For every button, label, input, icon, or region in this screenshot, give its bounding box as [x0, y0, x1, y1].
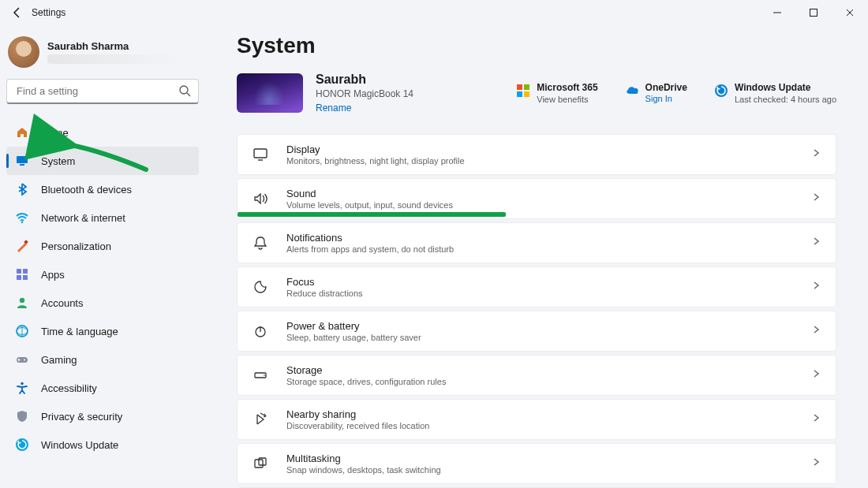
- onedrive-icon: [625, 84, 639, 98]
- sidebar-item-apps[interactable]: Apps: [6, 260, 199, 289]
- home-icon: [14, 125, 30, 140]
- sidebar-item-network[interactable]: Network & internet: [6, 203, 199, 232]
- update-icon: [14, 437, 30, 453]
- storage-icon: [252, 367, 269, 384]
- settings-row-multitasking[interactable]: MultitaskingSnap windows, desktops, task…: [237, 443, 836, 484]
- m365-icon: [516, 84, 530, 98]
- chevron-right-icon: [810, 412, 821, 427]
- settings-row-display[interactable]: DisplayMonitors, brightness, night light…: [237, 134, 836, 175]
- sidebar-item-label: Accessibility: [41, 382, 97, 394]
- windows-update-pill[interactable]: Windows Update Last checked: 4 hours ago: [714, 82, 836, 104]
- account-name: Saurabh Sharma: [47, 40, 181, 52]
- svg-rect-5: [24, 240, 28, 244]
- sidebar-item-label: Windows Update: [41, 439, 118, 451]
- sidebar-item-gaming[interactable]: Gaming: [6, 345, 199, 374]
- svg-rect-8: [17, 275, 21, 280]
- row-title: Nearby sharing: [286, 408, 429, 420]
- accessibility-icon: [14, 380, 30, 396]
- sidebar-item-privacy[interactable]: Privacy & security: [6, 402, 199, 430]
- notifications-icon: [252, 234, 269, 251]
- svg-rect-21: [254, 149, 267, 158]
- row-subtitle: Monitors, brightness, night light, displ…: [286, 156, 465, 166]
- sidebar-item-update[interactable]: Windows Update: [6, 430, 199, 459]
- m365-sub: View benefits: [537, 95, 597, 104]
- account-email-placeholder: [47, 54, 181, 64]
- sidebar-item-label: Privacy & security: [41, 411, 122, 423]
- maximize-button[interactable]: [795, 0, 832, 25]
- update-title: Windows Update: [735, 82, 836, 93]
- sidebar-item-time[interactable]: Time & language: [6, 317, 199, 345]
- focus-icon: [252, 278, 269, 296]
- minimize-button[interactable]: [759, 0, 795, 25]
- device-model: HONOR MagicBook 14: [316, 88, 413, 99]
- back-button[interactable]: [8, 3, 27, 22]
- svg-rect-18: [517, 91, 522, 97]
- settings-row-nearby[interactable]: Nearby sharingDiscoverability, received …: [237, 399, 836, 440]
- svg-rect-3: [20, 164, 24, 166]
- apps-icon: [14, 266, 30, 282]
- window-controls: [759, 0, 868, 25]
- sidebar-item-label: Personalization: [41, 240, 111, 252]
- search-input[interactable]: [6, 79, 199, 104]
- row-subtitle: Alerts from apps and system, do not dist…: [286, 244, 454, 254]
- sidebar-item-label: Network & internet: [41, 212, 125, 224]
- microsoft-365-pill[interactable]: Microsoft 365 View benefits: [516, 82, 597, 104]
- row-title: Display: [286, 143, 465, 155]
- sidebar-item-label: Accounts: [41, 297, 83, 309]
- svg-point-10: [20, 298, 24, 303]
- row-title: Focus: [286, 276, 363, 288]
- sidebar-item-bluetooth[interactable]: Bluetooth & devices: [6, 175, 199, 203]
- svg-point-24: [264, 374, 265, 376]
- settings-row-sound[interactable]: SoundVolume levels, output, input, sound…: [237, 178, 836, 219]
- settings-row-power[interactable]: Power & batterySleep, battery usage, bat…: [237, 311, 836, 352]
- sidebar-item-label: Bluetooth & devices: [41, 184, 132, 196]
- update-sub: Last checked: 4 hours ago: [735, 95, 836, 104]
- chevron-right-icon: [810, 456, 821, 471]
- svg-point-13: [24, 359, 25, 361]
- sidebar-item-personalization[interactable]: Personalization: [6, 232, 199, 260]
- sidebar-nav: HomeSystemBluetooth & devicesNetwork & i…: [6, 118, 199, 459]
- chevron-right-icon: [810, 324, 821, 338]
- device-hero: Saurabh HONOR MagicBook 14 Rename Micros…: [237, 73, 836, 114]
- svg-rect-19: [524, 91, 529, 97]
- sidebar-item-label: Gaming: [41, 354, 77, 366]
- gaming-icon: [14, 352, 30, 367]
- chevron-right-icon: [810, 236, 821, 250]
- chevron-right-icon: [810, 192, 821, 206]
- svg-rect-7: [23, 269, 28, 274]
- accounts-icon: [14, 295, 30, 311]
- sidebar-item-label: Time & language: [41, 326, 118, 337]
- sidebar-item-label: Home: [41, 127, 69, 139]
- sidebar-item-home[interactable]: Home: [6, 118, 199, 147]
- multitasking-icon: [252, 455, 269, 472]
- display-icon: [252, 146, 269, 163]
- onedrive-signin-link[interactable]: Sign In: [645, 94, 672, 103]
- account-header[interactable]: Saurabh Sharma: [8, 36, 197, 68]
- settings-row-storage[interactable]: StorageStorage space, drives, configurat…: [237, 355, 836, 396]
- row-title: Sound: [286, 188, 453, 199]
- row-subtitle: Reduce distractions: [286, 289, 363, 298]
- sidebar-item-accounts[interactable]: Accounts: [6, 289, 199, 317]
- sidebar-item-system[interactable]: System: [6, 147, 199, 175]
- svg-rect-17: [524, 84, 529, 90]
- svg-point-1: [180, 86, 188, 94]
- bluetooth-icon: [14, 181, 30, 197]
- svg-rect-9: [23, 275, 28, 280]
- time-icon: [14, 323, 30, 339]
- chevron-right-icon: [810, 147, 821, 162]
- onedrive-pill[interactable]: OneDrive Sign In: [625, 82, 687, 104]
- rename-link[interactable]: Rename: [316, 102, 413, 114]
- search-box: [6, 79, 199, 104]
- device-name: Saurabh: [316, 73, 413, 87]
- settings-row-focus[interactable]: FocusReduce distractions: [237, 266, 836, 307]
- row-subtitle: Volume levels, output, input, sound devi…: [286, 200, 453, 210]
- settings-list: DisplayMonitors, brightness, night light…: [237, 134, 836, 488]
- row-title: Storage: [286, 364, 446, 376]
- update-icon: [714, 84, 728, 98]
- close-button[interactable]: [832, 0, 868, 25]
- main-content: System Saurabh HONOR MagicBook 14 Rename…: [205, 25, 868, 488]
- sound-icon: [252, 190, 269, 207]
- settings-row-notifications[interactable]: NotificationsAlerts from apps and system…: [237, 222, 836, 263]
- row-subtitle: Sleep, battery usage, battery saver: [286, 333, 421, 342]
- sidebar-item-accessibility[interactable]: Accessibility: [6, 374, 199, 402]
